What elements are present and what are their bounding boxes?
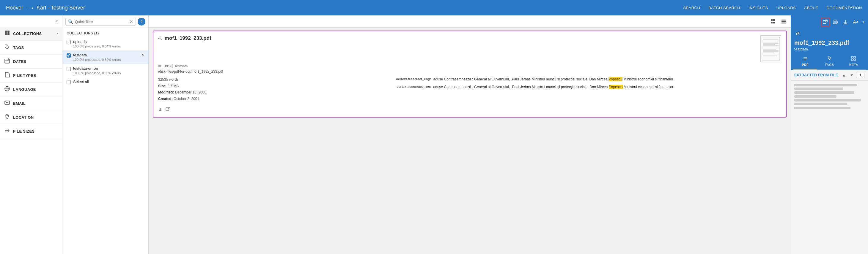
result-card-number: 4.: [158, 35, 162, 41]
collection-meta-testdata: 100.0% processed, 0.80% errors: [73, 58, 140, 62]
sidebar-label-email: EMAIL: [13, 101, 58, 106]
collection-meta-uploads: 100.0% processed, 0.04% errors: [73, 44, 144, 48]
sidebar-label-dates: DATES: [13, 59, 58, 64]
nav-batch-search[interactable]: BATCH SEARCH: [708, 6, 740, 10]
prev-page-button[interactable]: ▲: [841, 72, 847, 78]
translate-icon-right[interactable]: ⇄: [793, 29, 802, 38]
view-list-button[interactable]: [779, 16, 788, 26]
collection-meta-testdata-enron: 100.0% processed, 0.00% errors: [73, 71, 144, 75]
collapse-sidebar-button[interactable]: «: [0, 15, 62, 27]
results-area: 4. mof1_1992_233.pdf: [149, 15, 791, 254]
dates-icon: [4, 58, 10, 65]
download-button[interactable]: ⬇: [158, 107, 162, 113]
svg-rect-5: [5, 59, 9, 63]
sidebar-label-file-types: FILE TYPES: [13, 73, 58, 78]
quick-filter-input[interactable]: [75, 20, 128, 24]
title-arrow: ⟶: [27, 5, 33, 11]
nav-search[interactable]: SEARCH: [683, 6, 700, 10]
sidebar-item-collections[interactable]: COLLECTIONS ›: [0, 27, 62, 41]
result-card-footer: ⬇: [158, 105, 781, 113]
result-card-subtitle: ⇄ PDF testdata: [158, 64, 781, 68]
nav-uploads[interactable]: UPLOADS: [776, 6, 796, 10]
svg-point-50: [829, 58, 829, 58]
ocr-highlight-1: Popescu: [609, 77, 622, 81]
result-size: Size: 2.5 MB: [158, 83, 379, 89]
svg-rect-23: [762, 37, 780, 61]
sidebar-label-location: LOCATION: [13, 115, 58, 119]
preview-line: [794, 107, 850, 109]
middle-panel: 🔍 ✕ ? COLLECTIONS (1) uploads 100.0% pro…: [62, 15, 149, 254]
collection-checkbox-testdata-enron[interactable]: [67, 67, 71, 71]
collection-checkbox-uploads[interactable]: [67, 40, 71, 44]
svg-rect-17: [773, 19, 775, 21]
ocr-eng-field: ocrtext.tesseract_eng: aduse Contrasemne…: [383, 77, 781, 82]
preview-line: [794, 103, 847, 105]
sidebar-item-file-sizes[interactable]: FILE SIZES: [0, 124, 62, 138]
extracted-from-file-header: EXTRACTED FROM FILE ▲ ▼: [791, 70, 868, 81]
file-types-icon: [4, 72, 10, 79]
svg-rect-18: [771, 22, 773, 24]
preview-line: [794, 87, 843, 90]
collection-info-uploads: uploads 100.0% processed, 0.04% errors: [73, 39, 144, 48]
collection-checkbox-testdata[interactable]: [67, 53, 71, 58]
sidebar-label-tags: TAGS: [13, 45, 58, 50]
collection-info-testdata: testdata 100.0% processed, 0.80% errors: [73, 53, 140, 62]
collection-checkbox-select-all[interactable]: [67, 80, 71, 84]
svg-rect-53: [851, 59, 853, 61]
collection-item-uploads[interactable]: uploads 100.0% processed, 0.04% errors: [62, 37, 148, 50]
external-link-button[interactable]: [165, 107, 170, 113]
collection-item-testdata-enron[interactable]: testdata-enron 100.0% processed, 0.00% e…: [62, 64, 148, 77]
page-navigation: ▲ ▼: [841, 72, 864, 78]
meta-tab-icon: [851, 56, 856, 62]
tab-pdf-label: PDF: [802, 63, 809, 67]
page-number-input[interactable]: [856, 72, 864, 78]
location-icon: [4, 114, 10, 120]
next-page-button[interactable]: ▼: [848, 72, 855, 78]
svg-rect-1: [7, 31, 9, 33]
tab-pdf[interactable]: PDF: [793, 54, 817, 69]
print-button[interactable]: [831, 17, 840, 26]
result-words: 32535 words: [158, 77, 379, 83]
filter-clear-button[interactable]: ✕: [130, 19, 133, 24]
right-panel-doc-collection: testdata: [791, 47, 868, 54]
ocr-eng-label: ocrtext.tesseract_eng:: [383, 77, 431, 82]
result-card-title: mof1_1992_233.pdf: [165, 35, 211, 41]
sidebar-item-email[interactable]: EMAIL: [0, 97, 62, 110]
collapse-icon: «: [55, 19, 58, 24]
collections-section-header: COLLECTIONS (1): [62, 28, 148, 37]
svg-rect-3: [7, 33, 9, 35]
filter-help-button[interactable]: ?: [137, 18, 145, 26]
sidebar-label-file-sizes: FILE SIZES: [13, 129, 58, 134]
tab-meta[interactable]: META: [841, 54, 866, 69]
result-card-meta: 32535 words Size: 2.5 MB Modified: Decem…: [158, 77, 379, 102]
close-right-panel-button[interactable]: ›: [861, 17, 866, 26]
collection-name-testdata: testdata: [73, 53, 140, 57]
nav-insights[interactable]: INSIGHTS: [748, 6, 768, 10]
svg-rect-21: [781, 21, 786, 22]
nav-documentation[interactable]: DOCUMENTATION: [827, 6, 862, 10]
sidebar-item-location[interactable]: LOCATION: [0, 110, 62, 124]
view-grid-button[interactable]: [768, 16, 778, 26]
right-panel-doc-title: mof1_1992_233.pdf: [791, 38, 868, 47]
left-sidebar: « COLLECTIONS › TAGS DATES FILE TY: [0, 15, 62, 254]
ocr-eng-text: aduse Contrasemneaza : General al Guvern…: [433, 77, 673, 82]
tags-icon: [4, 44, 10, 51]
right-panel-top: AA ›: [791, 15, 868, 28]
preview-line: [794, 95, 836, 98]
collection-select-all[interactable]: Select all: [62, 77, 148, 87]
top-navigation: Hoover ⟶ Karl - Testing Server SEARCH BA…: [0, 0, 868, 15]
svg-point-4: [6, 46, 7, 46]
download-document-button[interactable]: [841, 17, 850, 26]
collection-item-testdata[interactable]: testdata 100.0% processed, 0.80% errors …: [62, 50, 148, 64]
svg-rect-51: [851, 57, 853, 58]
right-panel-content: EXTRACTED FROM FILE ▲ ▼: [791, 70, 868, 254]
collection-name-testdata-enron: testdata-enron: [73, 66, 144, 71]
external-open-button[interactable]: [821, 17, 830, 26]
sidebar-item-tags[interactable]: TAGS: [0, 41, 62, 55]
tab-tags[interactable]: TAGS: [817, 54, 841, 69]
sidebar-item-dates[interactable]: DATES: [0, 55, 62, 69]
sidebar-item-language[interactable]: LANGUAGE: [0, 82, 62, 97]
sidebar-item-file-types[interactable]: FILE TYPES: [0, 69, 62, 82]
nav-about[interactable]: ABOUT: [804, 6, 818, 10]
translate-document-button[interactable]: AA: [851, 17, 860, 26]
